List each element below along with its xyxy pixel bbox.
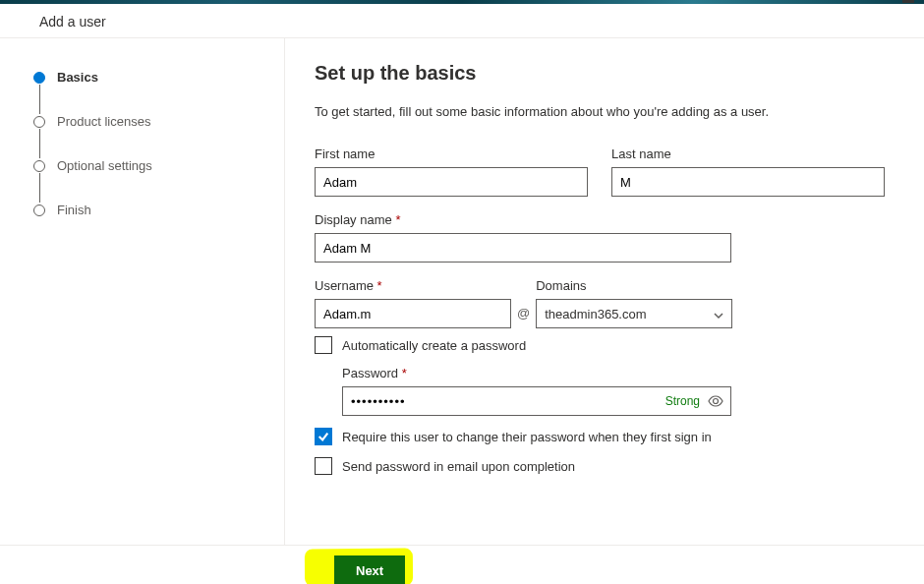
display-name-label: Display name: [315, 212, 731, 227]
step-basics[interactable]: Basics: [33, 70, 264, 85]
next-button[interactable]: Next: [334, 555, 405, 584]
form-subtitle: To get started, fill out some basic info…: [315, 104, 885, 119]
step-indicator-icon: [33, 204, 45, 216]
chevron-down-icon: [714, 309, 723, 319]
form-title: Set up the basics: [315, 62, 885, 85]
send-email-label: Send password in email upon completion: [342, 459, 575, 474]
last-name-input[interactable]: [611, 167, 885, 197]
domains-label: Domains: [536, 278, 732, 293]
require-change-label: Require this user to change their passwo…: [342, 430, 712, 444]
username-label: Username: [315, 278, 511, 293]
require-change-checkbox[interactable]: [315, 428, 332, 445]
auto-password-checkbox[interactable]: [315, 336, 332, 354]
eye-icon[interactable]: [708, 393, 723, 409]
password-label: Password: [342, 366, 885, 380]
page-header: Add a user: [0, 4, 924, 38]
domain-select[interactable]: theadmin365.com: [536, 299, 732, 328]
at-symbol: @: [517, 299, 530, 328]
password-strength: Strong: [665, 386, 700, 416]
username-input[interactable]: [315, 299, 511, 328]
top-decorative-bar: [0, 0, 924, 4]
svg-point-0: [714, 399, 719, 404]
step-product-licenses[interactable]: Product licenses: [33, 114, 264, 129]
auto-password-label: Automatically create a password: [342, 338, 526, 353]
step-finish[interactable]: Finish: [33, 203, 264, 217]
first-name-input[interactable]: [315, 167, 588, 197]
step-indicator-icon: [33, 72, 45, 84]
step-indicator-icon: [33, 160, 45, 172]
domain-value: theadmin365.com: [545, 307, 646, 321]
first-name-label: First name: [315, 146, 588, 161]
display-name-input[interactable]: [315, 233, 731, 263]
footer: Next: [0, 545, 924, 584]
main-content: Set up the basics To get started, fill o…: [285, 38, 924, 545]
wizard-steps-sidebar: Basics Product licenses Optional setting…: [0, 38, 285, 545]
step-optional-settings[interactable]: Optional settings: [33, 158, 264, 173]
send-email-checkbox[interactable]: [315, 457, 332, 475]
step-indicator-icon: [33, 116, 45, 128]
page-title: Add a user: [39, 14, 106, 29]
last-name-label: Last name: [611, 146, 885, 161]
